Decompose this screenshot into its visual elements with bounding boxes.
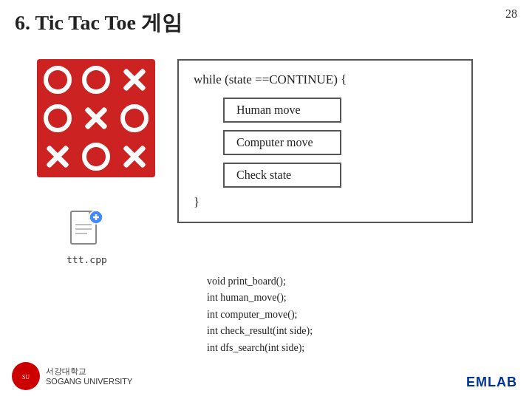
human-move-block: Human move (223, 98, 341, 123)
cross-icon (44, 143, 72, 171)
circle-icon (44, 104, 72, 132)
pseudocode-box: while (state ==CONTINUE) { Human move Co… (177, 59, 473, 223)
function-list: void print_board(); int human_move(); in… (207, 273, 313, 356)
university-name: 서강대학교 SOGANG UNIVERSITY (46, 366, 132, 387)
university-logo: SU (12, 362, 40, 390)
ttt-board (37, 59, 155, 177)
func-4: int check_result(int side); (207, 323, 313, 339)
cross-icon (120, 143, 149, 171)
func-5: int dfs_search(int side); (207, 340, 313, 356)
func-1: void print_board(); (207, 273, 313, 290)
func-2: int human_move(); (207, 290, 313, 306)
cross-icon (82, 104, 110, 132)
circle-icon (82, 66, 110, 94)
file-icon-area: ttt.cpp (66, 207, 107, 265)
cell-0 (40, 62, 75, 98)
svg-text:SU: SU (22, 374, 30, 381)
cell-5 (117, 100, 152, 136)
cross-icon (120, 66, 149, 94)
circle-icon (120, 104, 149, 132)
cell-7 (78, 139, 114, 174)
while-line: while (state ==CONTINUE) { (194, 72, 457, 87)
file-label: ttt.cpp (66, 254, 107, 265)
file-icon (68, 207, 105, 251)
cell-1 (78, 62, 114, 98)
closing-brace: } (194, 195, 457, 210)
cell-4 (78, 100, 114, 136)
page-number: 28 (505, 7, 517, 21)
cell-6 (40, 139, 75, 174)
cell-8 (117, 139, 152, 174)
cell-3 (40, 100, 75, 136)
circle-icon (44, 66, 72, 94)
func-3: int computer_move(); (207, 307, 313, 323)
emlab-label: EMLAB (466, 375, 517, 390)
computer-move-block: Computer move (223, 130, 341, 155)
cell-2 (117, 62, 152, 98)
page-title: 6. Tic Tac Toe 게임 (15, 9, 183, 37)
logo-area: SU 서강대학교 SOGANG UNIVERSITY (12, 362, 132, 390)
check-state-block: Check state (223, 163, 341, 188)
circle-icon (82, 143, 110, 171)
